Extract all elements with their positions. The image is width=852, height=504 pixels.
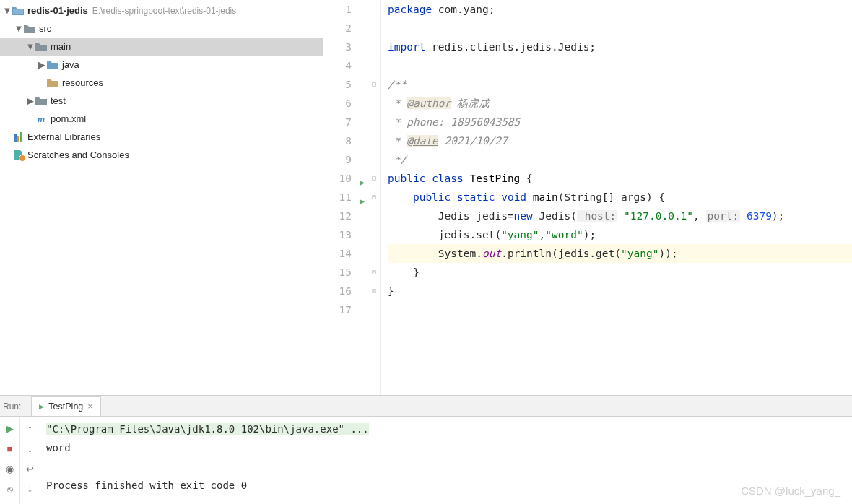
tree-scratch[interactable]: Scratches and Consoles	[0, 146, 323, 164]
tree-resources[interactable]: resources	[0, 74, 323, 92]
scroll-to-end-icon[interactable]: ⤓	[23, 482, 38, 496]
fold-icon[interactable]: ⊟	[368, 188, 380, 207]
run-gutter-icon[interactable]: ▶	[360, 192, 365, 211]
line-num[interactable]: 12	[323, 207, 352, 225]
close-icon[interactable]: ×	[87, 401, 92, 412]
tree-label: src	[39, 23, 51, 34]
console-exit-line: Process finished with exit code 0	[46, 476, 846, 495]
fold-icon[interactable]: ⊟	[368, 75, 380, 94]
console-command: "C:\Program Files\Java\jdk1.8.0_102\bin\…	[46, 423, 369, 435]
code-editor[interactable]: 1 2 3 4 5 6 7 8 9 10▶ 11▶ 12 13 14 15 16…	[323, 0, 852, 395]
line-num[interactable]: 17	[323, 300, 352, 319]
chevron-down-icon[interactable]: ▼	[14, 23, 23, 34]
fold-icon[interactable]: ⊡	[368, 263, 380, 282]
line-num[interactable]: 9	[323, 150, 352, 169]
folder-icon	[23, 23, 36, 35]
run-title: Run:	[3, 401, 21, 412]
up-arrow-icon[interactable]: ↑	[23, 421, 38, 435]
run-header: Run: ▶ TestPing ×	[0, 396, 852, 417]
tree-test[interactable]: ▶ test	[0, 92, 323, 110]
line-num[interactable]: 15	[323, 263, 352, 282]
console-line: word	[46, 438, 846, 457]
tree-label: Scratches and Consoles	[27, 149, 129, 160]
chevron-right-icon[interactable]: ▶	[26, 95, 35, 106]
run-config-icon: ▶	[39, 403, 44, 410]
exit-icon[interactable]: ⎋	[3, 482, 17, 496]
stop-icon[interactable]: ■	[3, 441, 17, 456]
line-num[interactable]: 7	[323, 113, 352, 131]
camera-icon[interactable]: ◉	[3, 461, 17, 476]
fold-icon[interactable]: ⊡	[368, 282, 380, 300]
resources-folder-icon	[46, 77, 59, 89]
tree-root[interactable]: ▼ redis-01-jedis E:\redis-springboot-tex…	[0, 1, 323, 19]
tree-root-label: redis-01-jedis	[27, 5, 88, 16]
line-num[interactable]: 13	[323, 225, 352, 244]
tree-ext-lib[interactable]: External Libraries	[0, 128, 323, 146]
tree-main[interactable]: ▼ main	[0, 38, 323, 56]
tree-pom[interactable]: m pom.xml	[0, 110, 323, 128]
tree-label: test	[51, 95, 66, 106]
line-num[interactable]: 16	[323, 282, 352, 300]
rerun-icon[interactable]: ▶	[3, 421, 17, 435]
line-num[interactable]: 11▶	[323, 188, 352, 207]
run-gutter-icon[interactable]: ▶	[360, 173, 365, 192]
module-folder-icon	[12, 5, 25, 17]
line-num[interactable]: 6	[323, 94, 352, 113]
chevron-down-icon[interactable]: ▼	[26, 41, 35, 52]
folder-icon	[35, 95, 48, 107]
code-area[interactable]: package com.yang; import redis.clients.j…	[381, 0, 852, 395]
tree-label: java	[62, 59, 79, 70]
line-num[interactable]: 5	[323, 75, 352, 94]
library-icon	[12, 131, 25, 143]
run-toolbar-secondary: ↑ ↓ ↩ ⤓	[20, 417, 40, 504]
console-output[interactable]: "C:\Program Files\Java\jdk1.8.0_102\bin\…	[40, 417, 852, 504]
maven-file-icon: m	[35, 113, 48, 125]
chevron-down-icon[interactable]: ▼	[3, 5, 12, 16]
chevron-right-icon[interactable]: ▶	[38, 59, 46, 70]
scratch-icon	[12, 149, 25, 161]
run-tool-window[interactable]: Run: ▶ TestPing × ▶ ■ ◉ ⎋ ↑ ↓ ↩ ⤓ "C:\Pr…	[0, 396, 852, 504]
line-num[interactable]: 14	[323, 244, 352, 263]
fold-icon[interactable]: ⊟	[368, 169, 380, 188]
run-toolbar-left: ▶ ■ ◉ ⎋	[0, 417, 20, 504]
tree-label: pom.xml	[51, 113, 86, 124]
line-num[interactable]: 2	[323, 19, 352, 38]
tree-label: main	[51, 41, 71, 52]
soft-wrap-icon[interactable]: ↩	[23, 461, 38, 476]
tree-label: External Libraries	[27, 131, 100, 142]
tree-label: resources	[62, 77, 103, 88]
tree-src[interactable]: ▼ src	[0, 19, 323, 38]
svg-rect-0	[13, 9, 23, 14]
line-num[interactable]: 3	[323, 38, 352, 56]
project-tree-panel[interactable]: ▼ redis-01-jedis E:\redis-springboot-tex…	[0, 0, 323, 395]
fold-strip[interactable]: ⊟ ⊟ ⊟ ⊡ ⊡	[368, 0, 381, 395]
line-num[interactable]: 4	[323, 56, 352, 75]
tree-root-path: E:\redis-springboot-text\redis-01-jedis	[92, 6, 236, 16]
gutter[interactable]: 1 2 3 4 5 6 7 8 9 10▶ 11▶ 12 13 14 15 16…	[323, 0, 368, 395]
folder-icon	[35, 41, 48, 53]
line-num[interactable]: 1	[323, 0, 352, 19]
tree-java[interactable]: ▶ java	[0, 56, 323, 74]
down-arrow-icon[interactable]: ↓	[23, 441, 38, 456]
run-tab[interactable]: ▶ TestPing ×	[31, 396, 100, 416]
run-tab-label: TestPing	[48, 401, 83, 412]
line-num[interactable]: 10▶	[323, 169, 352, 188]
source-folder-icon	[46, 59, 59, 71]
line-num[interactable]: 8	[323, 131, 352, 150]
